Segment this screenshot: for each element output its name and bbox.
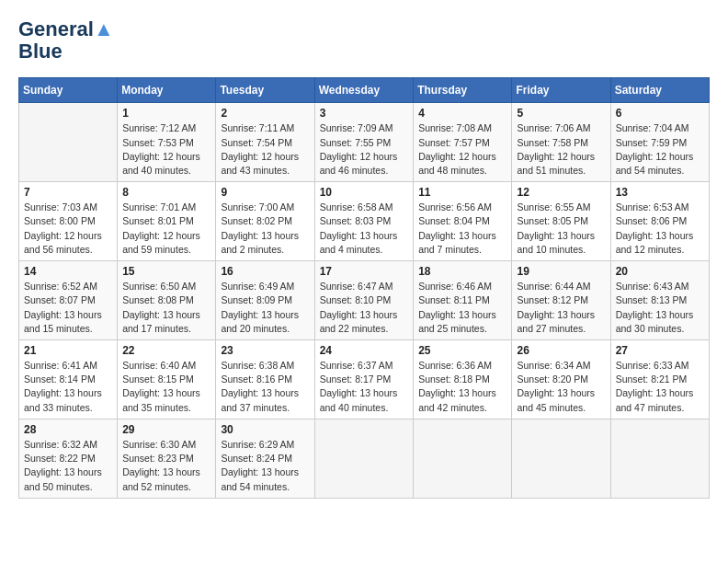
calendar-cell [314,419,414,498]
day-number: 2 [221,107,309,120]
calendar-cell: 22Sunrise: 6:40 AM Sunset: 8:15 PM Dayli… [118,340,216,419]
day-info: Sunrise: 7:08 AM Sunset: 7:57 PM Dayligh… [418,121,506,178]
day-info: Sunrise: 7:01 AM Sunset: 8:01 PM Dayligh… [122,201,210,257]
day-info: Sunrise: 6:36 AM Sunset: 8:18 PM Dayligh… [418,359,506,415]
day-info: Sunrise: 7:04 AM Sunset: 7:59 PM Dayligh… [616,121,704,178]
calendar-cell: 1Sunrise: 7:12 AM Sunset: 7:53 PM Daylig… [118,103,216,182]
calendar-cell [512,419,610,498]
day-number: 30 [221,423,309,436]
day-info: Sunrise: 6:53 AM Sunset: 8:06 PM Dayligh… [616,201,704,257]
day-number: 10 [320,186,409,199]
day-number: 22 [122,344,210,357]
weekday-header: Thursday [414,78,512,103]
day-number: 3 [320,107,409,120]
day-info: Sunrise: 6:58 AM Sunset: 8:03 PM Dayligh… [320,201,409,257]
calendar-cell: 25Sunrise: 6:36 AM Sunset: 8:18 PM Dayli… [414,340,512,419]
day-number: 8 [122,186,210,199]
calendar-cell: 4Sunrise: 7:08 AM Sunset: 7:57 PM Daylig… [414,103,512,182]
calendar-cell: 18Sunrise: 6:46 AM Sunset: 8:11 PM Dayli… [414,261,512,340]
day-number: 4 [418,107,506,120]
calendar-body: 1Sunrise: 7:12 AM Sunset: 7:53 PM Daylig… [19,103,710,498]
calendar-cell: 30Sunrise: 6:29 AM Sunset: 8:24 PM Dayli… [216,419,314,498]
day-info: Sunrise: 6:41 AM Sunset: 8:14 PM Dayligh… [24,359,112,415]
day-number: 17 [320,265,409,278]
day-number: 24 [320,344,409,357]
weekday-header: Tuesday [216,78,314,103]
calendar-cell: 29Sunrise: 6:30 AM Sunset: 8:23 PM Dayli… [118,419,216,498]
day-info: Sunrise: 6:34 AM Sunset: 8:20 PM Dayligh… [517,359,605,415]
day-number: 5 [517,107,605,120]
calendar-cell: 15Sunrise: 6:50 AM Sunset: 8:08 PM Dayli… [118,261,216,340]
day-number: 18 [418,265,506,278]
calendar-cell: 28Sunrise: 6:32 AM Sunset: 8:22 PM Dayli… [19,419,118,498]
page-header: General▲Blue [18,18,710,63]
day-info: Sunrise: 7:06 AM Sunset: 7:58 PM Dayligh… [517,121,605,178]
day-info: Sunrise: 6:44 AM Sunset: 8:12 PM Dayligh… [517,280,605,336]
weekday-header: Sunday [19,78,118,103]
calendar-cell: 12Sunrise: 6:55 AM Sunset: 8:05 PM Dayli… [512,182,610,261]
calendar-cell: 11Sunrise: 6:56 AM Sunset: 8:04 PM Dayli… [414,182,512,261]
weekday-header: Friday [512,78,610,103]
calendar-week-row: 21Sunrise: 6:41 AM Sunset: 8:14 PM Dayli… [19,340,710,419]
day-info: Sunrise: 7:03 AM Sunset: 8:00 PM Dayligh… [24,201,112,257]
day-info: Sunrise: 6:30 AM Sunset: 8:23 PM Dayligh… [122,438,210,494]
calendar-week-row: 7Sunrise: 7:03 AM Sunset: 8:00 PM Daylig… [19,182,710,261]
calendar-cell: 10Sunrise: 6:58 AM Sunset: 8:03 PM Dayli… [314,182,414,261]
day-number: 9 [221,186,309,199]
day-number: 12 [517,186,605,199]
calendar-cell: 20Sunrise: 6:43 AM Sunset: 8:13 PM Dayli… [610,261,709,340]
day-info: Sunrise: 6:40 AM Sunset: 8:15 PM Dayligh… [122,359,210,415]
calendar-cell: 24Sunrise: 6:37 AM Sunset: 8:17 PM Dayli… [314,340,414,419]
calendar-cell: 7Sunrise: 7:03 AM Sunset: 8:00 PM Daylig… [19,182,118,261]
logo-text: General▲Blue [18,18,114,63]
day-info: Sunrise: 6:43 AM Sunset: 8:13 PM Dayligh… [616,280,704,336]
calendar-week-row: 14Sunrise: 6:52 AM Sunset: 8:07 PM Dayli… [19,261,710,340]
calendar-cell [414,419,512,498]
calendar-cell: 14Sunrise: 6:52 AM Sunset: 8:07 PM Dayli… [19,261,118,340]
calendar-cell: 16Sunrise: 6:49 AM Sunset: 8:09 PM Dayli… [216,261,314,340]
calendar-cell: 8Sunrise: 7:01 AM Sunset: 8:01 PM Daylig… [118,182,216,261]
day-number: 7 [24,186,112,199]
day-number: 16 [221,265,309,278]
calendar-cell: 9Sunrise: 7:00 AM Sunset: 8:02 PM Daylig… [216,182,314,261]
calendar-cell: 6Sunrise: 7:04 AM Sunset: 7:59 PM Daylig… [610,103,709,182]
calendar-cell: 27Sunrise: 6:33 AM Sunset: 8:21 PM Dayli… [610,340,709,419]
calendar-cell: 2Sunrise: 7:11 AM Sunset: 7:54 PM Daylig… [216,103,314,182]
day-info: Sunrise: 7:00 AM Sunset: 8:02 PM Dayligh… [221,201,309,257]
day-info: Sunrise: 6:38 AM Sunset: 8:16 PM Dayligh… [221,359,309,415]
day-info: Sunrise: 6:49 AM Sunset: 8:09 PM Dayligh… [221,280,309,336]
calendar-cell: 19Sunrise: 6:44 AM Sunset: 8:12 PM Dayli… [512,261,610,340]
calendar-cell [610,419,709,498]
weekday-header: Wednesday [314,78,414,103]
calendar-cell: 5Sunrise: 7:06 AM Sunset: 7:58 PM Daylig… [512,103,610,182]
day-number: 29 [122,423,210,436]
day-number: 28 [24,423,112,436]
day-info: Sunrise: 7:12 AM Sunset: 7:53 PM Dayligh… [122,121,210,178]
day-info: Sunrise: 7:09 AM Sunset: 7:55 PM Dayligh… [320,121,409,178]
calendar-cell [19,103,118,182]
day-number: 1 [122,107,210,120]
calendar-cell: 17Sunrise: 6:47 AM Sunset: 8:10 PM Dayli… [314,261,414,340]
weekday-header: Saturday [610,78,709,103]
calendar-cell: 21Sunrise: 6:41 AM Sunset: 8:14 PM Dayli… [19,340,118,419]
day-info: Sunrise: 7:11 AM Sunset: 7:54 PM Dayligh… [221,121,309,178]
day-number: 13 [616,186,704,199]
calendar-week-row: 28Sunrise: 6:32 AM Sunset: 8:22 PM Dayli… [19,419,710,498]
day-info: Sunrise: 6:56 AM Sunset: 8:04 PM Dayligh… [418,201,506,257]
calendar-week-row: 1Sunrise: 7:12 AM Sunset: 7:53 PM Daylig… [19,103,710,182]
day-number: 19 [517,265,605,278]
logo: General▲Blue [18,18,114,63]
calendar-table: SundayMondayTuesdayWednesdayThursdayFrid… [18,77,710,498]
calendar-cell: 23Sunrise: 6:38 AM Sunset: 8:16 PM Dayli… [216,340,314,419]
calendar-cell: 26Sunrise: 6:34 AM Sunset: 8:20 PM Dayli… [512,340,610,419]
day-info: Sunrise: 6:32 AM Sunset: 8:22 PM Dayligh… [24,438,112,494]
day-info: Sunrise: 6:46 AM Sunset: 8:11 PM Dayligh… [418,280,506,336]
day-number: 21 [24,344,112,357]
day-number: 20 [616,265,704,278]
day-info: Sunrise: 6:52 AM Sunset: 8:07 PM Dayligh… [24,280,112,336]
day-number: 23 [221,344,309,357]
weekday-header: Monday [118,78,216,103]
day-number: 25 [418,344,506,357]
calendar-cell: 3Sunrise: 7:09 AM Sunset: 7:55 PM Daylig… [314,103,414,182]
day-number: 14 [24,265,112,278]
